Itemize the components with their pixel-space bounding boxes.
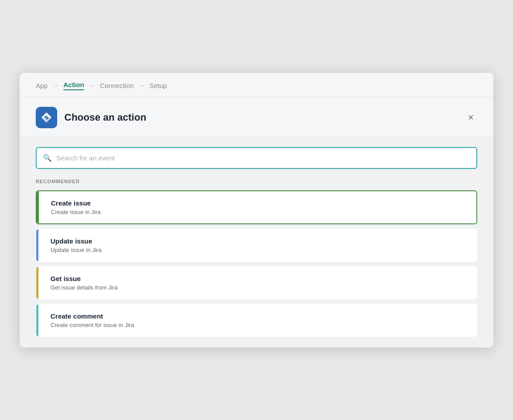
card-inner-create-issue: Create issue Create issue in Jira bbox=[46, 199, 467, 215]
card-desc-create-comment: Create comment for issue in Jira bbox=[50, 322, 468, 328]
action-card-update-issue[interactable]: Update issue Update issue in Jira bbox=[36, 229, 477, 262]
search-input[interactable] bbox=[36, 147, 477, 169]
card-accent-update-issue bbox=[36, 229, 38, 261]
card-title-update-issue: Update issue bbox=[50, 237, 468, 245]
section-label-recommended: RECOMMENDED bbox=[36, 179, 477, 184]
card-title-get-issue: Get issue bbox=[50, 275, 468, 282]
stepper: App → Action → Connection → Setup bbox=[20, 73, 493, 97]
action-list: ▶ Create issue Create issue in Jira Upda… bbox=[36, 190, 477, 348]
modal-scroll-area[interactable]: 🔍 RECOMMENDED ▶ Create issue Create issu… bbox=[20, 136, 493, 348]
modal-header: Choose an action × bbox=[20, 97, 493, 136]
search-wrapper: 🔍 bbox=[36, 147, 477, 169]
jira-logo-icon bbox=[40, 111, 53, 124]
card-desc-update-issue: Update issue in Jira bbox=[50, 247, 468, 253]
close-button[interactable]: × bbox=[464, 111, 477, 124]
card-inner-update-issue: Update issue Update issue in Jira bbox=[45, 237, 468, 253]
stepper-arrow-3: → bbox=[138, 82, 145, 89]
card-inner-get-issue: Get issue Get issue details from Jira bbox=[45, 275, 468, 291]
header-left: Choose an action bbox=[36, 107, 146, 128]
card-accent-create-issue bbox=[37, 191, 39, 223]
stepper-arrow-1: → bbox=[52, 82, 59, 89]
action-card-get-issue[interactable]: Get issue Get issue details from Jira bbox=[36, 266, 477, 299]
card-desc-create-issue: Create issue in Jira bbox=[51, 209, 467, 215]
card-title-create-issue: Create issue bbox=[51, 199, 467, 207]
card-desc-get-issue: Get issue details from Jira bbox=[50, 284, 468, 291]
action-card-create-issue[interactable]: ▶ Create issue Create issue in Jira bbox=[36, 190, 477, 224]
action-card-create-comment[interactable]: Create comment Create comment for issue … bbox=[36, 304, 477, 337]
card-accent-create-comment bbox=[36, 304, 38, 336]
stepper-setup[interactable]: Setup bbox=[149, 82, 167, 89]
card-inner-create-comment: Create comment Create comment for issue … bbox=[45, 312, 468, 328]
stepper-action[interactable]: Action bbox=[63, 81, 84, 90]
modal-container: App → Action → Connection → Setup Choose… bbox=[20, 73, 493, 348]
stepper-arrow-2: → bbox=[88, 82, 95, 89]
stepper-connection[interactable]: Connection bbox=[100, 82, 134, 89]
card-title-create-comment: Create comment bbox=[50, 312, 468, 320]
app-icon bbox=[36, 107, 57, 128]
stepper-app[interactable]: App bbox=[36, 82, 48, 89]
modal-content: 🔍 RECOMMENDED ▶ Create issue Create issu… bbox=[20, 136, 493, 348]
card-accent-get-issue bbox=[36, 267, 38, 299]
modal-title: Choose an action bbox=[64, 112, 146, 123]
